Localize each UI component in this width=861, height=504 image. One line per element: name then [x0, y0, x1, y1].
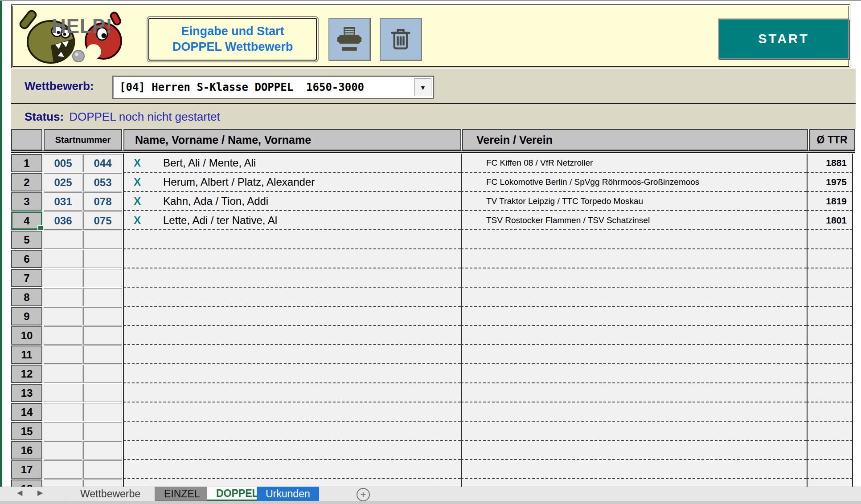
names-cell[interactable] — [123, 460, 461, 479]
chevron-down-icon[interactable]: ▼ — [414, 78, 431, 96]
ttr-cell[interactable] — [807, 441, 853, 460]
startnummer-cell-1[interactable] — [44, 441, 82, 459]
startnummer-cell-2[interactable] — [83, 326, 122, 345]
names-cell[interactable] — [123, 326, 461, 345]
names-cell[interactable] — [123, 288, 461, 307]
startnummer-cell-2[interactable] — [83, 365, 122, 383]
verein-cell[interactable] — [461, 441, 807, 460]
startnummer-cell-1[interactable]: 025 — [44, 173, 82, 191]
startnummer-cell-1[interactable] — [44, 326, 82, 345]
startnummer-cell-1[interactable] — [44, 345, 82, 364]
verein-cell[interactable] — [461, 402, 807, 422]
startnummer-cell-2[interactable]: 075 — [83, 211, 122, 230]
delete-button[interactable] — [380, 18, 422, 61]
row-number-cell[interactable]: 8 — [11, 288, 42, 306]
ttr-cell[interactable] — [807, 230, 853, 249]
verein-cell[interactable] — [461, 383, 807, 402]
verein-cell[interactable] — [461, 268, 807, 288]
row-number-cell[interactable]: 15 — [11, 422, 42, 440]
start-button[interactable]: START — [718, 19, 849, 59]
row-number-cell[interactable]: 1 — [11, 154, 42, 172]
startnummer-cell-2[interactable] — [83, 384, 122, 402]
startnummer-cell-2[interactable] — [83, 269, 122, 287]
startnummer-cell-1[interactable] — [44, 422, 82, 440]
names-cell[interactable] — [123, 268, 461, 288]
names-cell[interactable] — [123, 364, 461, 383]
startnummer-cell-1[interactable]: 005 — [44, 154, 82, 172]
startnummer-cell-2[interactable] — [83, 250, 122, 268]
row-number-cell[interactable]: 2 — [11, 173, 42, 191]
ttr-cell[interactable] — [807, 288, 853, 307]
verein-cell[interactable]: TSV Rostocker Flammen / TSV Schatzinsel — [461, 211, 807, 230]
ttr-cell[interactable] — [807, 307, 853, 326]
names-cell[interactable] — [123, 249, 461, 268]
verein-cell[interactable] — [461, 307, 807, 326]
startnummer-cell-1[interactable] — [44, 288, 82, 306]
startnummer-cell-1[interactable] — [44, 384, 82, 402]
row-number-cell[interactable]: 4 — [11, 211, 42, 230]
print-button[interactable] — [328, 18, 370, 61]
row-number-cell[interactable]: 10 — [11, 326, 42, 345]
help-button[interactable]: HELP! — [18, 7, 130, 65]
row-number-cell[interactable]: 5 — [11, 231, 42, 249]
row-number-cell[interactable]: 9 — [11, 307, 42, 325]
ttr-cell[interactable]: 1881 — [807, 154, 853, 173]
row-number-cell[interactable]: 17 — [11, 460, 42, 479]
ttr-cell[interactable] — [807, 460, 853, 479]
chevron-right-icon[interactable]: ▶ — [37, 488, 43, 497]
names-cell[interactable] — [123, 345, 461, 364]
verein-cell[interactable] — [461, 230, 807, 249]
row-number-cell[interactable]: 12 — [11, 365, 42, 383]
verein-cell[interactable] — [461, 460, 807, 479]
startnummer-cell-2[interactable]: 078 — [83, 192, 122, 211]
row-number-cell[interactable]: 11 — [11, 345, 42, 364]
add-sheet-button[interactable]: + — [357, 488, 370, 501]
ttr-cell[interactable] — [807, 326, 853, 345]
verein-cell[interactable]: TV Traktor Leipzig / TTC Torpedo Moskau — [461, 192, 807, 211]
ttr-cell[interactable] — [807, 402, 853, 422]
startnummer-cell-1[interactable]: 031 — [44, 192, 82, 211]
names-cell[interactable] — [123, 422, 461, 441]
ttr-cell[interactable] — [807, 383, 853, 402]
names-cell[interactable]: X Kahn, Ada / Tion, Addi — [123, 192, 461, 211]
names-cell[interactable] — [123, 402, 461, 422]
chevron-left-icon[interactable]: ◀ — [17, 488, 22, 497]
startnummer-cell-2[interactable] — [83, 441, 122, 459]
names-cell[interactable] — [123, 441, 461, 460]
names-cell[interactable]: X Herum, Albert / Platz, Alexander — [123, 173, 461, 192]
startnummer-cell-2[interactable] — [83, 345, 122, 364]
startnummer-cell-2[interactable]: 053 — [83, 173, 122, 191]
startnummer-cell-2[interactable] — [83, 403, 122, 421]
ttr-cell[interactable]: 1801 — [807, 211, 853, 230]
verein-cell[interactable] — [461, 364, 807, 383]
verein-cell[interactable] — [461, 422, 807, 441]
startnummer-cell-1[interactable] — [44, 365, 82, 383]
ttr-cell[interactable] — [807, 345, 853, 364]
verein-cell[interactable] — [461, 326, 807, 345]
ttr-cell[interactable] — [807, 422, 853, 441]
verein-cell[interactable] — [461, 288, 807, 307]
startnummer-cell-1[interactable] — [44, 307, 82, 325]
startnummer-cell-1[interactable]: 036 — [44, 211, 82, 230]
row-number-cell[interactable]: 16 — [11, 441, 42, 459]
row-number-cell[interactable]: 6 — [11, 250, 42, 268]
names-cell[interactable] — [123, 230, 461, 249]
names-cell[interactable] — [123, 383, 461, 402]
startnummer-cell-2[interactable] — [83, 307, 122, 325]
startnummer-cell-1[interactable] — [44, 231, 82, 249]
startnummer-cell-2[interactable] — [83, 231, 122, 249]
ttr-cell[interactable]: 1975 — [807, 173, 853, 192]
startnummer-cell-2[interactable]: 044 — [83, 154, 122, 172]
startnummer-cell-1[interactable] — [44, 250, 82, 268]
names-cell[interactable] — [123, 307, 461, 326]
row-number-cell[interactable]: 14 — [11, 403, 42, 421]
verein-cell[interactable] — [461, 345, 807, 364]
startnummer-cell-1[interactable] — [44, 403, 82, 421]
ttr-cell[interactable] — [807, 268, 853, 288]
eingabe-start-button[interactable]: Eingabe und Start DOPPEL Wettbewerb — [148, 18, 317, 61]
startnummer-cell-2[interactable] — [83, 460, 122, 479]
verein-cell[interactable]: FC Lokomotive Berlin / SpVgg Röhrmoos-Gr… — [461, 173, 807, 192]
competition-select[interactable]: [04] Herren S-Klasse DOPPEL 1650-3000 ▼ — [112, 76, 434, 99]
ttr-cell[interactable] — [807, 364, 853, 383]
startnummer-cell-1[interactable] — [44, 269, 82, 287]
